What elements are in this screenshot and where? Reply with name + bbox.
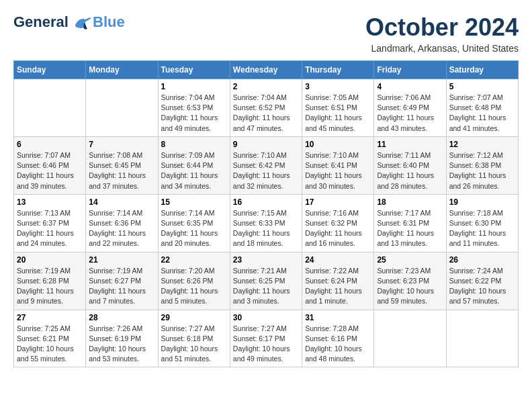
day-number: 21 bbox=[89, 255, 154, 265]
day-number: 12 bbox=[449, 140, 515, 149]
day-info: Sunrise: 7:22 AM Sunset: 6:24 PM Dayligh… bbox=[305, 266, 371, 307]
logo: General Blue bbox=[13, 13, 125, 31]
day-number: 23 bbox=[233, 255, 299, 265]
day-info: Sunrise: 7:11 AM Sunset: 6:40 PM Dayligh… bbox=[377, 150, 443, 191]
calendar-cell: 1Sunrise: 7:04 AM Sunset: 6:53 PM Daylig… bbox=[158, 79, 230, 137]
calendar-cell: 3Sunrise: 7:05 AM Sunset: 6:51 PM Daylig… bbox=[302, 79, 374, 137]
calendar-cell: 24Sunrise: 7:22 AM Sunset: 6:24 PM Dayli… bbox=[302, 252, 374, 310]
calendar-cell: 23Sunrise: 7:21 AM Sunset: 6:25 PM Dayli… bbox=[230, 252, 302, 310]
calendar-cell: 15Sunrise: 7:14 AM Sunset: 6:35 PM Dayli… bbox=[158, 194, 230, 252]
calendar-cell: 8Sunrise: 7:09 AM Sunset: 6:44 PM Daylig… bbox=[158, 136, 230, 194]
calendar-cell: 16Sunrise: 7:15 AM Sunset: 6:33 PM Dayli… bbox=[230, 194, 302, 252]
day-info: Sunrise: 7:04 AM Sunset: 6:52 PM Dayligh… bbox=[233, 93, 299, 134]
day-info: Sunrise: 7:09 AM Sunset: 6:44 PM Dayligh… bbox=[161, 150, 227, 191]
day-info: Sunrise: 7:08 AM Sunset: 6:45 PM Dayligh… bbox=[89, 150, 154, 191]
day-number: 25 bbox=[377, 255, 443, 265]
calendar-week-1: 1Sunrise: 7:04 AM Sunset: 6:53 PM Daylig… bbox=[14, 79, 519, 137]
calendar-cell bbox=[14, 79, 86, 137]
calendar-week-4: 20Sunrise: 7:19 AM Sunset: 6:28 PM Dayli… bbox=[14, 252, 519, 310]
calendar-cell: 10Sunrise: 7:10 AM Sunset: 6:41 PM Dayli… bbox=[302, 136, 374, 194]
logo-blue: Blue bbox=[93, 13, 125, 31]
day-number: 14 bbox=[89, 197, 154, 207]
day-info: Sunrise: 7:28 AM Sunset: 6:16 PM Dayligh… bbox=[305, 324, 371, 365]
day-number: 31 bbox=[305, 313, 371, 322]
day-number: 28 bbox=[89, 313, 154, 322]
day-info: Sunrise: 7:06 AM Sunset: 6:49 PM Dayligh… bbox=[377, 93, 443, 134]
logo-bird-icon bbox=[74, 15, 91, 30]
calendar-cell: 18Sunrise: 7:17 AM Sunset: 6:31 PM Dayli… bbox=[374, 194, 446, 252]
calendar-cell: 17Sunrise: 7:16 AM Sunset: 6:32 PM Dayli… bbox=[302, 194, 374, 252]
calendar-week-3: 13Sunrise: 7:13 AM Sunset: 6:37 PM Dayli… bbox=[14, 194, 519, 252]
day-number: 2 bbox=[233, 82, 299, 91]
calendar-cell: 13Sunrise: 7:13 AM Sunset: 6:37 PM Dayli… bbox=[14, 194, 86, 252]
calendar-cell: 11Sunrise: 7:11 AM Sunset: 6:40 PM Dayli… bbox=[374, 136, 446, 194]
day-info: Sunrise: 7:27 AM Sunset: 6:18 PM Dayligh… bbox=[161, 324, 227, 365]
day-number: 15 bbox=[161, 197, 227, 207]
calendar-cell: 29Sunrise: 7:27 AM Sunset: 6:18 PM Dayli… bbox=[158, 310, 230, 367]
day-info: Sunrise: 7:14 AM Sunset: 6:35 PM Dayligh… bbox=[161, 208, 227, 249]
calendar-cell: 9Sunrise: 7:10 AM Sunset: 6:42 PM Daylig… bbox=[230, 136, 302, 194]
calendar-cell: 20Sunrise: 7:19 AM Sunset: 6:28 PM Dayli… bbox=[14, 252, 86, 310]
page-header: General Blue October 2024 Landmark, Arka… bbox=[13, 13, 519, 54]
day-info: Sunrise: 7:26 AM Sunset: 6:19 PM Dayligh… bbox=[89, 324, 154, 365]
day-number: 11 bbox=[377, 140, 443, 149]
day-info: Sunrise: 7:20 AM Sunset: 6:26 PM Dayligh… bbox=[161, 266, 227, 307]
calendar-cell: 31Sunrise: 7:28 AM Sunset: 6:16 PM Dayli… bbox=[302, 310, 374, 367]
weekday-header-thursday: Thursday bbox=[302, 61, 374, 79]
day-number: 17 bbox=[305, 197, 371, 207]
calendar-cell: 27Sunrise: 7:25 AM Sunset: 6:21 PM Dayli… bbox=[14, 310, 86, 367]
day-info: Sunrise: 7:15 AM Sunset: 6:33 PM Dayligh… bbox=[233, 208, 299, 249]
location: Landmark, Arkansas, United States bbox=[365, 43, 519, 54]
day-number: 30 bbox=[233, 313, 299, 322]
day-info: Sunrise: 7:10 AM Sunset: 6:42 PM Dayligh… bbox=[233, 150, 299, 191]
calendar-cell: 28Sunrise: 7:26 AM Sunset: 6:19 PM Dayli… bbox=[86, 310, 158, 367]
calendar-header-row: SundayMondayTuesdayWednesdayThursdayFrid… bbox=[14, 61, 519, 79]
day-number: 19 bbox=[449, 197, 515, 207]
day-number: 10 bbox=[305, 140, 371, 149]
calendar-cell: 4Sunrise: 7:06 AM Sunset: 6:49 PM Daylig… bbox=[374, 79, 446, 137]
day-info: Sunrise: 7:07 AM Sunset: 6:48 PM Dayligh… bbox=[449, 93, 515, 134]
calendar-week-5: 27Sunrise: 7:25 AM Sunset: 6:21 PM Dayli… bbox=[14, 310, 519, 367]
day-info: Sunrise: 7:10 AM Sunset: 6:41 PM Dayligh… bbox=[305, 150, 371, 191]
day-info: Sunrise: 7:13 AM Sunset: 6:37 PM Dayligh… bbox=[17, 208, 83, 249]
day-info: Sunrise: 7:19 AM Sunset: 6:28 PM Dayligh… bbox=[17, 266, 83, 307]
day-number: 26 bbox=[449, 255, 515, 265]
day-info: Sunrise: 7:12 AM Sunset: 6:38 PM Dayligh… bbox=[449, 150, 515, 191]
day-info: Sunrise: 7:18 AM Sunset: 6:30 PM Dayligh… bbox=[449, 208, 515, 249]
day-number: 8 bbox=[161, 140, 227, 149]
day-info: Sunrise: 7:19 AM Sunset: 6:27 PM Dayligh… bbox=[89, 266, 154, 307]
day-number: 7 bbox=[89, 140, 154, 149]
day-info: Sunrise: 7:21 AM Sunset: 6:25 PM Dayligh… bbox=[233, 266, 299, 307]
calendar-cell: 14Sunrise: 7:14 AM Sunset: 6:36 PM Dayli… bbox=[86, 194, 158, 252]
day-info: Sunrise: 7:07 AM Sunset: 6:46 PM Dayligh… bbox=[17, 150, 83, 191]
day-info: Sunrise: 7:24 AM Sunset: 6:22 PM Dayligh… bbox=[449, 266, 515, 307]
day-number: 6 bbox=[17, 140, 83, 149]
calendar-cell: 7Sunrise: 7:08 AM Sunset: 6:45 PM Daylig… bbox=[86, 136, 158, 194]
calendar-cell: 2Sunrise: 7:04 AM Sunset: 6:52 PM Daylig… bbox=[230, 79, 302, 137]
calendar-cell bbox=[374, 310, 446, 367]
day-info: Sunrise: 7:17 AM Sunset: 6:31 PM Dayligh… bbox=[377, 208, 443, 249]
day-info: Sunrise: 7:05 AM Sunset: 6:51 PM Dayligh… bbox=[305, 93, 371, 134]
day-number: 27 bbox=[17, 313, 83, 322]
calendar-cell: 26Sunrise: 7:24 AM Sunset: 6:22 PM Dayli… bbox=[446, 252, 518, 310]
day-number: 29 bbox=[161, 313, 227, 322]
day-number: 9 bbox=[233, 140, 299, 149]
weekday-header-tuesday: Tuesday bbox=[158, 61, 230, 79]
calendar-cell: 21Sunrise: 7:19 AM Sunset: 6:27 PM Dayli… bbox=[86, 252, 158, 310]
day-number: 22 bbox=[161, 255, 227, 265]
day-number: 1 bbox=[161, 82, 227, 91]
calendar-week-2: 6Sunrise: 7:07 AM Sunset: 6:46 PM Daylig… bbox=[14, 136, 519, 194]
day-info: Sunrise: 7:16 AM Sunset: 6:32 PM Dayligh… bbox=[305, 208, 371, 249]
weekday-header-monday: Monday bbox=[86, 61, 158, 79]
calendar-cell: 19Sunrise: 7:18 AM Sunset: 6:30 PM Dayli… bbox=[446, 194, 518, 252]
day-info: Sunrise: 7:23 AM Sunset: 6:23 PM Dayligh… bbox=[377, 266, 443, 307]
weekday-header-sunday: Sunday bbox=[14, 61, 86, 79]
calendar-cell: 12Sunrise: 7:12 AM Sunset: 6:38 PM Dayli… bbox=[446, 136, 518, 194]
calendar-cell: 22Sunrise: 7:20 AM Sunset: 6:26 PM Dayli… bbox=[158, 252, 230, 310]
calendar-cell bbox=[446, 310, 518, 367]
day-number: 24 bbox=[305, 255, 371, 265]
month-title: October 2024 bbox=[365, 13, 519, 42]
weekday-header-wednesday: Wednesday bbox=[230, 61, 302, 79]
calendar-cell bbox=[86, 79, 158, 137]
day-info: Sunrise: 7:14 AM Sunset: 6:36 PM Dayligh… bbox=[89, 208, 154, 249]
